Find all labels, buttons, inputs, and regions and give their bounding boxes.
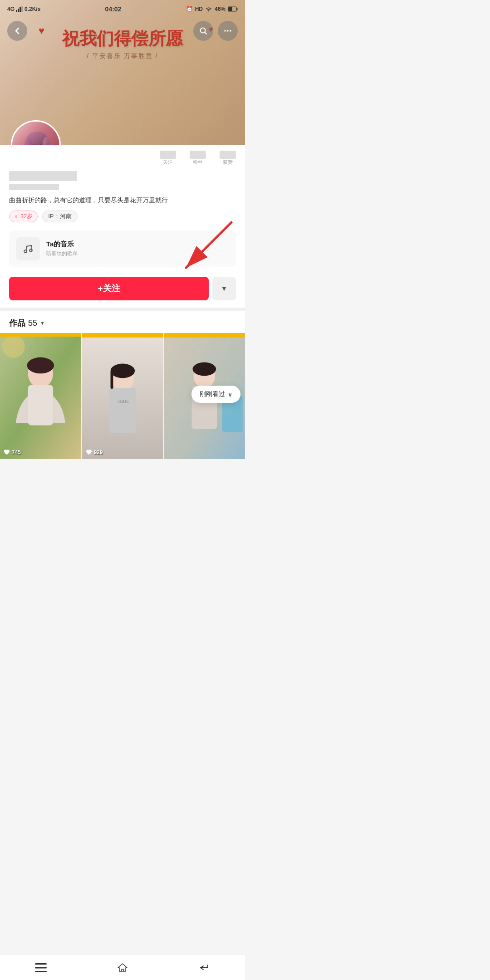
svg-rect-35 (110, 371, 113, 389)
music-icon (16, 237, 40, 260)
svg-point-28 (2, 335, 25, 358)
svg-rect-38 (164, 333, 245, 338)
works-header: 作品 55 ▼ (0, 308, 245, 333)
svg-rect-16 (20, 7, 21, 12)
action-row: +关注 ▼ (0, 272, 245, 308)
uid-row (0, 183, 245, 191)
svg-rect-19 (228, 7, 232, 11)
time-display: 04:02 (105, 5, 122, 13)
following-stat[interactable]: 关注 (160, 151, 176, 166)
svg-point-3 (227, 30, 229, 32)
works-count: 55 (28, 318, 37, 328)
uid-blurred (9, 184, 59, 190)
page-wrapper: ♥ ♥ 祝我们得偿所愿 / 平安喜乐 万事胜意 / (0, 0, 245, 485)
battery-icon (228, 6, 238, 12)
video-like-count-1: 745 (4, 449, 21, 456)
ip-location-tag: IP：河南 (42, 211, 77, 222)
battery-percent: 46% (215, 6, 225, 12)
recently-viewed-label: 刚刚看过 (200, 390, 225, 398)
gender-icon: ♀ (14, 213, 19, 220)
ip-label: IP：河南 (48, 213, 71, 220)
stats-row: 关注 粉丝 获赞 (0, 145, 245, 169)
signal-bars-icon (16, 6, 23, 12)
gender-age-tag: ♀ 32岁 (9, 211, 38, 222)
recently-viewed-popup[interactable]: 刚刚看过 ∨ (191, 386, 240, 403)
works-section: 作品 55 ▼ (0, 308, 245, 459)
svg-rect-29 (0, 333, 81, 337)
profile-card: 关注 粉丝 获赞 曲曲折折的路，总有它的道理，只要尽头是花开万里就行 ♀ (0, 145, 245, 308)
music-title: Ta的音乐 (46, 240, 229, 249)
works-dropdown-icon[interactable]: ▼ (40, 320, 45, 326)
likes-stat[interactable]: 获赞 (220, 151, 236, 166)
age-label: 32岁 (20, 212, 33, 220)
alarm-icon: ⏰ (186, 6, 193, 12)
bio-text: 曲曲折折的路，总有它的道理，只要尽头是花开万里就行 (0, 191, 245, 208)
music-info: Ta的音乐 听听ta的歌单 (46, 240, 229, 258)
svg-text:HIDE: HIDE (118, 399, 129, 404)
svg-line-1 (205, 33, 207, 34)
likes-num (220, 151, 236, 159)
music-note-icon (22, 242, 34, 255)
following-label: 关注 (163, 159, 173, 166)
svg-rect-33 (109, 388, 136, 433)
video-like-count-2: 929 (86, 449, 103, 456)
status-left: 4G 0.2K/s (7, 6, 40, 12)
fans-stat[interactable]: 粉丝 (190, 151, 206, 166)
more-options-button[interactable]: ▼ (212, 277, 236, 300)
likes-label: 获赞 (223, 159, 233, 166)
fans-label: 粉丝 (193, 159, 203, 166)
dropdown-arrow-icon: ▼ (221, 285, 227, 292)
video-thumbnail-1 (0, 333, 81, 459)
video-cell-1[interactable]: 745 (0, 333, 81, 459)
svg-point-4 (230, 30, 231, 32)
status-bar: 4G 0.2K/s 04:02 ⏰ HD 46% (0, 0, 245, 18)
svg-point-34 (110, 363, 135, 378)
wifi-icon (205, 6, 212, 12)
tags-row: ♀ 32岁 IP：河南 (0, 208, 245, 225)
username-row (0, 169, 245, 183)
more-button[interactable] (218, 21, 238, 41)
svg-rect-20 (237, 8, 238, 10)
cover-section: ♥ ♥ 祝我们得偿所愿 / 平安喜乐 万事胜意 / (0, 0, 245, 145)
network-speed: 0.2K/s (24, 6, 40, 12)
svg-rect-14 (16, 10, 17, 12)
back-button[interactable] (7, 21, 27, 41)
signal-icon: 4G (7, 6, 15, 12)
works-title: 作品 (9, 318, 25, 328)
status-right: ⏰ HD 46% (186, 6, 238, 12)
svg-point-41 (193, 363, 216, 376)
username-blurred (9, 171, 77, 181)
follow-button[interactable]: +关注 (9, 277, 209, 300)
recently-viewed-chevron: ∨ (228, 391, 232, 398)
svg-rect-31 (82, 333, 163, 338)
svg-rect-15 (18, 9, 19, 12)
svg-rect-26 (28, 385, 54, 425)
following-num (160, 151, 176, 159)
action-area: +关注 ▼ (0, 272, 245, 308)
music-subtitle: 听听ta的歌单 (46, 250, 229, 258)
svg-point-2 (224, 30, 226, 32)
cover-banner: ♥ ♥ 祝我们得偿所愿 / 平安喜乐 万事胜意 / (0, 0, 245, 145)
music-card[interactable]: Ta的音乐 听听ta的歌单 (9, 230, 236, 267)
search-button[interactable] (193, 21, 213, 41)
hd-label: HD (195, 6, 203, 12)
fans-num (190, 151, 206, 159)
video-thumbnail-2: HIDE (82, 333, 163, 459)
svg-rect-17 (21, 6, 23, 12)
svg-point-27 (27, 358, 54, 374)
cover-subtitle: / 平安喜乐 万事胜意 / (87, 52, 158, 60)
video-cell-2[interactable]: HIDE 929 (82, 333, 163, 459)
